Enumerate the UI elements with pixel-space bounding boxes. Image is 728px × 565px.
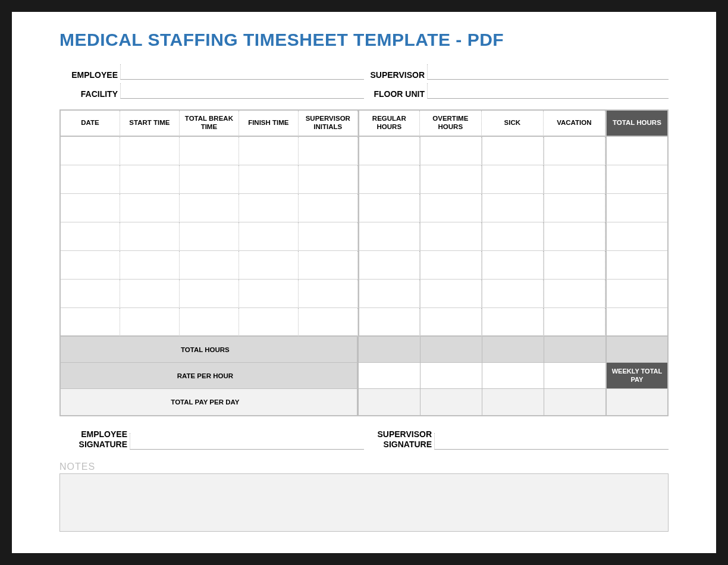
cell-overtime-hours[interactable] — [420, 251, 482, 280]
cell-overtime-hours[interactable] — [420, 165, 482, 194]
cell-total-break-time[interactable] — [180, 308, 239, 337]
floor-unit-field[interactable] — [427, 83, 669, 99]
pay-overtime[interactable] — [420, 389, 482, 415]
cell-start-time[interactable] — [120, 222, 180, 251]
supervisor-signature-field[interactable] — [434, 433, 669, 450]
cell-date[interactable] — [61, 280, 120, 308]
total-hours-label: TOTAL HOURS — [61, 337, 358, 363]
cell-supervisor-initials[interactable] — [299, 222, 358, 251]
cell-supervisor-initials[interactable] — [299, 137, 358, 165]
cell-overtime-hours[interactable] — [420, 137, 482, 165]
cell-regular-hours[interactable] — [358, 194, 420, 222]
cell-overtime-hours[interactable] — [420, 280, 482, 308]
cell-total-hours[interactable] — [605, 165, 667, 194]
cell-sick[interactable] — [482, 280, 544, 308]
cell-date[interactable] — [61, 194, 120, 222]
cell-start-time[interactable] — [120, 280, 180, 308]
cell-supervisor-initials[interactable] — [299, 165, 358, 194]
cell-total-hours[interactable] — [605, 280, 667, 308]
weekly-total-pay[interactable] — [605, 389, 667, 415]
cell-sick[interactable] — [482, 194, 544, 222]
cell-overtime-hours[interactable] — [420, 308, 482, 337]
cell-vacation[interactable] — [544, 165, 605, 194]
rate-vacation[interactable] — [544, 363, 605, 389]
cell-supervisor-initials[interactable] — [299, 280, 358, 308]
cell-total-hours[interactable] — [605, 251, 667, 280]
cell-total-break-time[interactable] — [180, 280, 239, 308]
cell-total-break-time[interactable] — [180, 165, 239, 194]
supervisor-field[interactable] — [427, 64, 669, 80]
total-hours-total[interactable] — [605, 337, 667, 363]
rate-per-hour-label: RATE PER HOUR — [61, 363, 358, 389]
cell-start-time[interactable] — [120, 165, 180, 194]
cell-regular-hours[interactable] — [358, 308, 420, 337]
cell-supervisor-initials[interactable] — [299, 308, 358, 337]
cell-vacation[interactable] — [544, 222, 605, 251]
cell-vacation[interactable] — [544, 194, 605, 222]
total-hours-vacation[interactable] — [544, 337, 605, 363]
cell-total-break-time[interactable] — [180, 222, 239, 251]
total-hours-sick[interactable] — [482, 337, 544, 363]
table-row — [61, 222, 667, 251]
total-hours-regular[interactable] — [358, 337, 420, 363]
cell-vacation[interactable] — [544, 280, 605, 308]
cell-finish-time[interactable] — [239, 165, 299, 194]
cell-overtime-hours[interactable] — [420, 194, 482, 222]
facility-field[interactable] — [120, 83, 364, 99]
cell-total-break-time[interactable] — [180, 194, 239, 222]
pay-sick[interactable] — [482, 389, 544, 415]
employee-label: EMPLOYEE — [59, 70, 120, 80]
cell-date[interactable] — [61, 308, 120, 337]
pay-vacation[interactable] — [544, 389, 605, 415]
cell-finish-time[interactable] — [239, 222, 299, 251]
facility-label: FACILITY — [59, 89, 120, 99]
cell-start-time[interactable] — [120, 251, 180, 280]
cell-total-hours[interactable] — [605, 137, 667, 165]
cell-vacation[interactable] — [544, 251, 605, 280]
pay-regular[interactable] — [358, 389, 420, 415]
cell-supervisor-initials[interactable] — [299, 251, 358, 280]
cell-sick[interactable] — [482, 308, 544, 337]
cell-vacation[interactable] — [544, 137, 605, 165]
cell-sick[interactable] — [482, 251, 544, 280]
cell-date[interactable] — [61, 137, 120, 165]
cell-overtime-hours[interactable] — [420, 222, 482, 251]
cell-finish-time[interactable] — [239, 280, 299, 308]
total-hours-overtime[interactable] — [420, 337, 482, 363]
cell-sick[interactable] — [482, 165, 544, 194]
cell-total-break-time[interactable] — [180, 251, 239, 280]
notes-label: NOTES — [59, 462, 669, 472]
cell-date[interactable] — [61, 251, 120, 280]
col-date: DATE — [61, 111, 120, 137]
cell-date[interactable] — [61, 165, 120, 194]
cell-regular-hours[interactable] — [358, 280, 420, 308]
cell-regular-hours[interactable] — [358, 251, 420, 280]
cell-regular-hours[interactable] — [358, 165, 420, 194]
timesheet-page: MEDICAL STAFFING TIMESHEET TEMPLATE - PD… — [12, 12, 716, 553]
employee-field[interactable] — [120, 64, 364, 80]
cell-regular-hours[interactable] — [358, 222, 420, 251]
cell-start-time[interactable] — [120, 194, 180, 222]
cell-finish-time[interactable] — [239, 137, 299, 165]
cell-finish-time[interactable] — [239, 251, 299, 280]
cell-total-hours[interactable] — [605, 194, 667, 222]
cell-start-time[interactable] — [120, 308, 180, 337]
cell-regular-hours[interactable] — [358, 137, 420, 165]
cell-total-break-time[interactable] — [180, 137, 239, 165]
supervisor-label: SUPERVISOR — [364, 70, 427, 80]
cell-start-time[interactable] — [120, 137, 180, 165]
cell-sick[interactable] — [482, 137, 544, 165]
cell-sick[interactable] — [482, 222, 544, 251]
rate-regular[interactable] — [358, 363, 420, 389]
cell-date[interactable] — [61, 222, 120, 251]
cell-finish-time[interactable] — [239, 308, 299, 337]
notes-field[interactable] — [59, 473, 669, 532]
rate-sick[interactable] — [482, 363, 544, 389]
employee-signature-field[interactable] — [130, 433, 364, 450]
cell-supervisor-initials[interactable] — [299, 194, 358, 222]
cell-total-hours[interactable] — [605, 222, 667, 251]
cell-vacation[interactable] — [544, 308, 605, 337]
rate-overtime[interactable] — [420, 363, 482, 389]
cell-total-hours[interactable] — [605, 308, 667, 337]
cell-finish-time[interactable] — [239, 194, 299, 222]
